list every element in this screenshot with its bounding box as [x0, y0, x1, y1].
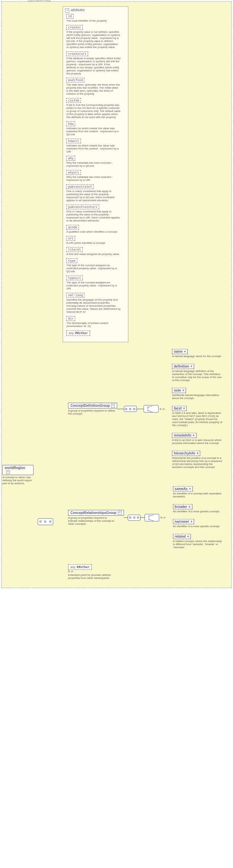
element-desc: A natural language name for the concept. [172, 355, 223, 358]
attribute-label: uri [66, 236, 75, 241]
attribute-label: qcode [66, 225, 79, 230]
collapse-icon[interactable]: − [111, 404, 115, 407]
element-box[interactable]: related+ [173, 534, 191, 539]
element-box[interactable]: note+ [172, 388, 186, 393]
sequence-compositor [38, 518, 53, 525]
attribute-label: why [66, 156, 75, 161]
concept-relationships-group[interactable]: ConceptRelationshipsGroup − [68, 510, 124, 516]
expand-icon[interactable]: + [197, 451, 199, 455]
root-element[interactable]: worldRegion − [2, 465, 34, 475]
attribute-item: qcodeA qualified code which identifies a… [66, 225, 126, 233]
attribute-item: modifiedThe date (and, optionally, the t… [66, 78, 126, 95]
child-element-item: remoteInfo+A link to an item or a web re… [172, 433, 223, 445]
child-element-item: definition+A natural language definition… [172, 364, 223, 382]
attribute-desc: The directionality of textual content (e… [66, 322, 121, 328]
expand-icon[interactable]: + [190, 520, 192, 523]
element-label: hierarchyInfo [174, 451, 195, 455]
connector [141, 517, 145, 518]
extension-any-row: any ##other 0..∞ Extension point for pro… [68, 564, 223, 580]
attribute-label: type [66, 258, 77, 263]
expand-icon[interactable]: + [184, 350, 186, 353]
element-desc: Represents the position of a concept in … [172, 456, 223, 469]
attribute-desc: Why the metadata has been included - exp… [66, 175, 121, 182]
attribute-label: pubconstrainturi [66, 205, 99, 209]
attribute-label: custom [66, 98, 81, 103]
extension-desc: Extension point for provider-defined pro… [68, 573, 115, 580]
child-element-item: related+A related concept, where the rel… [173, 534, 223, 549]
attribute-label: id [66, 14, 73, 19]
attribute-label: literal [66, 247, 83, 252]
attribute-desc: One or many constraints that apply to pu… [66, 210, 121, 222]
attribute-label: how [66, 121, 75, 126]
element-label: note [174, 389, 181, 392]
expand-icon[interactable]: + [183, 406, 185, 410]
attribute-label: howuri [66, 139, 81, 143]
child-element-item: broader+An identifier of a more generic … [173, 504, 223, 513]
expand-icon[interactable]: + [187, 535, 189, 538]
expand-icon[interactable]: + [189, 487, 191, 491]
element-label: definition [174, 365, 189, 368]
any-namespace: ##other [75, 331, 88, 335]
choice-compositor [145, 514, 159, 521]
attribute-item: typeThe type of the concept assigned as … [66, 258, 126, 273]
attribute-item: typeuriThe type of the concept assigned … [66, 276, 126, 290]
root-element-label: worldRegion [5, 466, 25, 470]
collapse-icon[interactable]: − [6, 470, 10, 474]
sequence-compositor [128, 515, 140, 521]
expand-icon[interactable]: + [189, 505, 191, 509]
attribute-item: whyuriWhy the metadata has been included… [66, 170, 126, 182]
connector [117, 409, 124, 409]
any-label: any [69, 331, 74, 335]
switch-icon [149, 515, 155, 520]
child-element-item: narrower+An identifier of a more specifi… [173, 519, 223, 528]
attribute-desc: A qualified code which identifies a conc… [66, 230, 121, 233]
any-element: any ##other [68, 564, 92, 570]
attribute-desc: The local identifier of the property. [66, 19, 121, 22]
attribute-desc: If the property value is not defined, sp… [66, 30, 121, 49]
element-box[interactable]: narrower+ [173, 519, 194, 524]
attribute-label: typeuri [66, 276, 83, 280]
attribute-item: howIndicates by which means the value wa… [66, 121, 126, 136]
element-box[interactable]: broader+ [173, 504, 192, 509]
cardinality: 0..∞ [68, 570, 73, 573]
collapse-icon[interactable]: − [118, 511, 122, 515]
child-element-item: hierarchyInfo+Represents the position of… [172, 451, 223, 469]
expand-icon[interactable]: + [182, 389, 184, 392]
attribute-desc: A URI which identifies a concept. [66, 241, 121, 244]
attribute-desc: The type of the concept assigned as cont… [66, 281, 121, 290]
child-element-item: facet+In NAR 1.8 and later, facet is dep… [172, 406, 223, 427]
expand-icon[interactable]: + [190, 365, 192, 368]
element-desc: In NAR 1.8 and later, facet is deprecate… [172, 412, 223, 427]
expand-icon[interactable]: + [193, 433, 195, 437]
child-element-item: sameAs+An identifier of a concept with e… [173, 486, 223, 498]
attribute-item: uriA URI which identifies a concept. [66, 236, 126, 244]
attribute-item: literalA free-text value assigned as pro… [66, 247, 126, 256]
element-label: sameAs [175, 487, 188, 491]
element-label: narrower [175, 520, 189, 523]
attribute-label: modified [66, 78, 84, 83]
connector [124, 517, 128, 518]
child-element-item: note+Additional natural language informa… [172, 388, 223, 400]
attribute-desc: Specifies the language of this property … [66, 298, 121, 313]
root-element-desc: A concept or name only defining the worl… [2, 476, 32, 485]
child-element-item: name+A natural language name for the con… [172, 349, 223, 358]
attribute-desc: The date (and, optionally, the time) whe… [66, 83, 121, 95]
attribute-item: xml:langSpecifies the language of this p… [66, 293, 126, 313]
element-box[interactable]: name+ [172, 349, 188, 354]
element-box[interactable]: definition+ [172, 364, 194, 369]
attribute-desc: The type of the concept assigned as cont… [66, 264, 121, 273]
element-box[interactable]: hierarchyInfo+ [172, 451, 200, 456]
attribute-label: dir [66, 316, 75, 321]
collapse-icon[interactable]: − [65, 8, 69, 13]
group-label: ConceptDefinitionGroup [70, 404, 110, 407]
element-box[interactable]: facet+ [172, 406, 187, 411]
attribute-label: whyuri [66, 170, 81, 175]
attribute-label: creator [66, 25, 83, 30]
element-box[interactable]: sameAs+ [173, 486, 193, 491]
concept-definition-group[interactable]: ConceptDefinitionGroup − [68, 403, 117, 408]
group-desc: A group of properties required to define… [68, 409, 115, 415]
attribute-item: pubconstraintOne or many constraints tha… [66, 184, 126, 202]
cardinality: 0..∞ [161, 516, 166, 519]
element-box[interactable]: remoteInfo+ [172, 433, 196, 438]
element-label: related [175, 535, 186, 538]
